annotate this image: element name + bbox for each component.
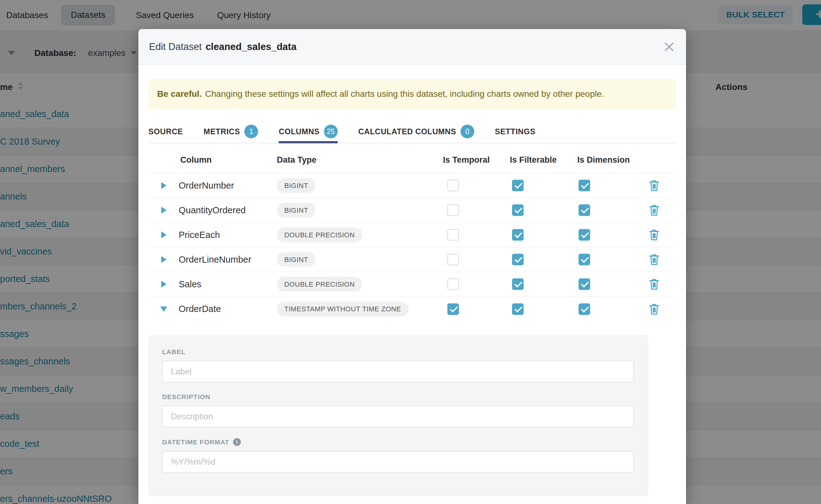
data-type-pill: DOUBLE PRECISION <box>277 277 362 292</box>
data-type-pill: TIMESTAMP WITHOUT TIME ZONE <box>277 302 408 316</box>
tab-calculated-columns-label: CALCULATED COLUMNS <box>358 127 456 136</box>
trash-icon[interactable] <box>648 179 660 192</box>
chevron-right-icon[interactable] <box>161 207 166 214</box>
is-temporal-checkbox[interactable] <box>448 279 459 290</box>
tab-columns-label: COLUMNS <box>279 127 319 136</box>
columns-table-header: Column Data Type Is Temporal Is Filterab… <box>148 146 676 173</box>
is-temporal-checkbox[interactable] <box>448 229 459 241</box>
is-filterable-checkbox[interactable] <box>512 180 524 191</box>
is-dimension-checkbox[interactable] <box>579 229 590 241</box>
description-field-label: DESCRIPTION <box>162 393 635 401</box>
is-filterable-checkbox[interactable] <box>512 254 524 265</box>
datetime-format-label-text: DATETIME FORMAT <box>162 438 229 446</box>
is-temporal-checkbox[interactable] <box>448 205 459 216</box>
is-temporal-checkbox[interactable] <box>448 254 459 265</box>
tab-metrics[interactable]: METRICS 1 <box>204 120 258 143</box>
data-type-pill: BIGINT <box>277 178 315 193</box>
columns-table: Column Data Type Is Temporal Is Filterab… <box>148 146 676 321</box>
tab-source-label: SOURCE <box>148 127 183 136</box>
data-type-pill: DOUBLE PRECISION <box>277 228 362 242</box>
chevron-down-icon[interactable] <box>160 306 167 312</box>
column-row-expanded: OrderDate TIMESTAMP WITHOUT TIME ZONE <box>148 297 676 321</box>
tab-settings-label: SETTINGS <box>495 127 536 136</box>
is-temporal-checkbox[interactable] <box>448 303 459 315</box>
columns-count-badge: 25 <box>324 125 338 138</box>
column-name: OrderDate <box>179 297 221 321</box>
is-dimension-checkbox[interactable] <box>579 254 590 265</box>
tab-metrics-label: METRICS <box>204 127 240 136</box>
modal-title-dataset-name: cleaned_sales_data <box>205 41 296 52</box>
trash-icon[interactable] <box>648 253 660 266</box>
label-field-label: LABEL <box>162 348 635 356</box>
tab-settings[interactable]: SETTINGS <box>495 120 536 143</box>
warning-banner-text: Changing these settings will affect all … <box>205 89 604 99</box>
column-name: PriceEach <box>179 223 220 247</box>
datetime-format-field-label: DATETIME FORMAT i <box>162 438 635 446</box>
column-row: Sales DOUBLE PRECISION <box>148 272 676 297</box>
header-is-filterable: Is Filterable <box>510 146 557 173</box>
description-input[interactable] <box>162 406 634 427</box>
column-name: QuantityOrdered <box>179 198 245 223</box>
calculated-columns-count-badge: 0 <box>461 125 474 138</box>
header-column: Column <box>180 146 212 173</box>
tab-source[interactable]: SOURCE <box>148 120 183 143</box>
info-icon[interactable]: i <box>233 438 241 446</box>
tab-calculated-columns[interactable]: CALCULATED COLUMNS 0 <box>358 120 474 143</box>
chevron-right-icon[interactable] <box>161 256 166 263</box>
tab-columns[interactable]: COLUMNS 25 <box>279 120 338 143</box>
label-input[interactable] <box>162 361 634 383</box>
column-name: OrderLineNumber <box>179 247 251 272</box>
modal-tabs: SOURCE METRICS 1 COLUMNS 25 CALCULATED C… <box>148 120 676 143</box>
app-root: Databases Datasets Saved Queries Query H… <box>0 0 821 504</box>
is-filterable-checkbox[interactable] <box>512 229 524 241</box>
modal-header: Edit Dataset cleaned_sales_data <box>138 29 686 65</box>
column-detail-panel: LABEL DESCRIPTION DATETIME FORMAT i <box>149 335 648 496</box>
data-type-pill: BIGINT <box>277 252 315 267</box>
modal-title: Edit Dataset <box>149 41 202 52</box>
is-dimension-checkbox[interactable] <box>579 180 590 191</box>
header-is-temporal: Is Temporal <box>443 146 490 173</box>
is-filterable-checkbox[interactable] <box>512 303 524 315</box>
column-name: Sales <box>179 272 201 297</box>
trash-icon[interactable] <box>648 303 660 316</box>
column-name: OrderNumber <box>179 173 234 198</box>
column-row: OrderNumber BIGINT <box>148 173 676 198</box>
is-temporal-checkbox[interactable] <box>448 180 459 191</box>
warning-banner-bold: Be careful. <box>157 89 202 99</box>
is-filterable-checkbox[interactable] <box>512 205 524 216</box>
close-icon[interactable] <box>663 41 675 53</box>
chevron-right-icon[interactable] <box>161 281 166 288</box>
warning-banner: Be careful. Changing these settings will… <box>148 79 676 109</box>
column-row: PriceEach DOUBLE PRECISION <box>148 223 676 247</box>
column-row: OrderLineNumber BIGINT <box>148 247 676 272</box>
edit-dataset-modal: Edit Dataset cleaned_sales_data Be caref… <box>138 29 686 504</box>
metrics-count-badge: 1 <box>244 125 258 138</box>
is-filterable-checkbox[interactable] <box>512 279 524 290</box>
datetime-format-input[interactable] <box>162 451 634 473</box>
trash-icon[interactable] <box>648 278 660 291</box>
chevron-right-icon[interactable] <box>161 231 166 238</box>
trash-icon[interactable] <box>648 228 660 241</box>
chevron-right-icon[interactable] <box>161 182 166 189</box>
is-dimension-checkbox[interactable] <box>579 279 590 290</box>
header-data-type: Data Type <box>277 146 316 173</box>
data-type-pill: BIGINT <box>277 203 315 218</box>
header-is-dimension: Is Dimension <box>577 146 630 173</box>
column-row: QuantityOrdered BIGINT <box>148 198 676 223</box>
is-dimension-checkbox[interactable] <box>579 205 590 216</box>
is-dimension-checkbox[interactable] <box>579 303 590 315</box>
trash-icon[interactable] <box>648 204 660 217</box>
